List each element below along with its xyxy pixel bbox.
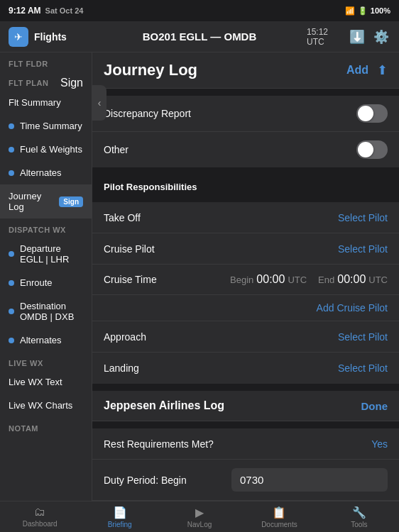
right-icons: 15:12 UTC ⬇️ ⚙️ — [307, 26, 399, 48]
sidebar-item-live-wx-charts[interactable]: Live WX Charts — [0, 394, 92, 417]
discrepancy-report-toggle[interactable] — [356, 104, 388, 123]
destination-dot — [9, 309, 14, 314]
approach-label: Approach — [104, 331, 338, 343]
status-time: 9:12 AM — [9, 6, 41, 16]
enroute-label: Enroute — [20, 277, 53, 288]
sidebar-item-departure[interactable]: Departure EGLL | LHR — [0, 237, 92, 271]
sidebar-item-live-wx-text[interactable]: Live WX Text — [0, 370, 92, 394]
cruise-time-row: Cruise Time Begin 00:00 UTC End 00:00 UT… — [92, 265, 399, 295]
status-bar: 9:12 AM Sat Oct 24 📶 🔋 100% — [0, 0, 399, 21]
jeppesen-section: Rest Requirements Met? Yes Duty Period: … — [92, 428, 399, 501]
sidebar-section-live-wx: LIVE WX — [0, 352, 92, 370]
duty-period-begin-input[interactable] — [231, 468, 388, 492]
landing-select[interactable]: Select Pilot — [338, 362, 388, 374]
alternates-2-label: Alternates — [20, 335, 62, 345]
fuel-weights-label: Fuel & Weights — [20, 144, 82, 155]
approach-row: Approach Select Pilot — [92, 321, 399, 353]
other-toggle-knob — [358, 142, 373, 157]
app-logo: ✈ — [9, 27, 28, 47]
download-button[interactable]: ⬇️ — [348, 26, 366, 48]
live-wx-text-label: Live WX Text — [9, 377, 62, 387]
sidebar-item-journey-log[interactable]: Journey Log Sign — [0, 184, 92, 218]
pilot-responsibilities-section: Take Off Select Pilot Cruise Pilot Selec… — [92, 202, 399, 384]
add-cruise-pilot-button[interactable]: Add Cruise Pilot — [317, 302, 388, 314]
approach-select[interactable]: Select Pilot — [338, 331, 388, 343]
battery-icon: 🔋 — [358, 6, 368, 16]
cruise-begin-label: Begin — [230, 275, 253, 285]
other-label: Other — [104, 144, 356, 155]
tab-dashboard[interactable]: 🗂 Dashboard — [0, 503, 80, 531]
toggle-section: Discrepancy Report Other — [92, 96, 399, 167]
destination-label: Destination OMDB | DXB — [20, 301, 83, 322]
take-off-label: Take Off — [104, 212, 338, 223]
battery-percent: 100% — [371, 6, 390, 15]
departure-label: Departure EGLL | LHR — [20, 243, 83, 265]
rest-requirements-label: Rest Requirements Met? — [104, 438, 371, 450]
sidebar-section-flt-plan: FLT PLAN — [9, 79, 48, 87]
take-off-row: Take Off Select Pilot — [92, 202, 399, 233]
tab-navlog[interactable]: ▶ NavLog — [160, 503, 239, 531]
flights-label: Flights — [34, 31, 67, 43]
tab-tools[interactable]: 🔧 Tools — [319, 503, 399, 531]
page-title: Journey Log — [104, 61, 197, 79]
other-toggle[interactable] — [356, 140, 388, 159]
sidebar-item-flt-summary[interactable]: Flt Summary — [0, 91, 92, 114]
alternates-1-dot — [9, 170, 14, 176]
sidebar-item-fuel-weights[interactable]: Fuel & Weights — [0, 138, 92, 161]
discrepancy-toggle-knob — [358, 106, 373, 121]
main-layout: FLT FLDR FLT PLAN Sign Flt Summary Time … — [0, 52, 399, 501]
jeppesen-title: Jeppesen Airlines Log — [104, 399, 224, 412]
briefing-icon: 📄 — [113, 506, 127, 519]
add-cruise-pilot-row: Add Cruise Pilot — [92, 295, 399, 321]
dashboard-icon: 🗂 — [34, 506, 45, 519]
live-wx-charts-label: Live WX Charts — [9, 400, 72, 411]
take-off-select[interactable]: Select Pilot — [338, 212, 388, 223]
rest-requirements-value[interactable]: Yes — [371, 438, 388, 450]
add-button[interactable]: Add — [346, 64, 368, 77]
wifi-icon: 📶 — [345, 6, 355, 16]
tab-documents[interactable]: 📋 Documents — [239, 503, 319, 531]
flt-summary-label: Flt Summary — [9, 97, 61, 108]
sidebar-item-alternates-2[interactable]: Alternates — [0, 328, 92, 352]
cruise-end-time[interactable]: 00:00 — [337, 273, 366, 286]
duty-period-begin-row: Duty Period: Begin — [92, 460, 399, 501]
briefing-label: Briefing — [108, 521, 132, 528]
sidebar-section-flt-fldr: FLT FLDR — [0, 52, 92, 71]
fuel-weights-dot — [9, 147, 14, 153]
cruise-pilot-row: Cruise Pilot Select Pilot — [92, 233, 399, 265]
cruise-end-label: End — [318, 275, 334, 285]
cruise-begin-time[interactable]: 00:00 — [256, 273, 285, 286]
logo-area[interactable]: ✈ Flights — [0, 27, 92, 47]
tab-briefing[interactable]: 📄 Briefing — [80, 503, 159, 531]
settings-button[interactable]: ⚙️ — [372, 26, 390, 48]
time-summary-dot — [9, 123, 14, 129]
sidebar: FLT FLDR FLT PLAN Sign Flt Summary Time … — [0, 52, 92, 501]
journey-log-sign-badge: Sign — [59, 196, 83, 207]
share-icon[interactable]: ⬆ — [377, 62, 388, 78]
bottom-tab-bar: 🗂 Dashboard 📄 Briefing ▶ NavLog 📋 Docume… — [0, 501, 399, 532]
tools-icon: 🔧 — [352, 506, 366, 519]
sidebar-item-time-summary[interactable]: Time Summary — [0, 114, 92, 138]
jeppesen-done-button[interactable]: Done — [361, 400, 388, 412]
flight-info: BO201 EGLL — OMDB — [92, 31, 307, 43]
alternates-2-dot — [9, 338, 14, 343]
sidebar-collapse-handle[interactable]: ‹ — [92, 85, 106, 121]
cruise-utc-1: UTC — [288, 275, 307, 285]
landing-label: Landing — [104, 362, 338, 374]
main-content: Journey Log Add ⬆ Discrepancy Report Oth… — [92, 52, 399, 501]
sidebar-item-destination[interactable]: Destination OMDB | DXB — [0, 294, 92, 328]
duty-period-begin-label: Duty Period: Begin — [104, 475, 231, 486]
time-summary-label: Time Summary — [20, 121, 82, 131]
tools-label: Tools — [351, 521, 367, 528]
page-header-actions: Add ⬆ — [346, 62, 388, 78]
discrepancy-report-row: Discrepancy Report — [92, 96, 399, 132]
sidebar-item-enroute[interactable]: Enroute — [0, 271, 92, 294]
sidebar-section-dispatch-wx: DISPATCH WX — [0, 218, 92, 237]
enroute-dot — [9, 280, 14, 286]
landing-row: Landing Select Pilot — [92, 353, 399, 384]
documents-icon: 📋 — [272, 506, 286, 519]
cruise-pilot-select[interactable]: Select Pilot — [338, 243, 388, 255]
sidebar-item-alternates-1[interactable]: Alternates — [0, 161, 92, 184]
alternates-1-label: Alternates — [20, 167, 62, 178]
utc-time: 15:12 UTC — [307, 27, 342, 47]
